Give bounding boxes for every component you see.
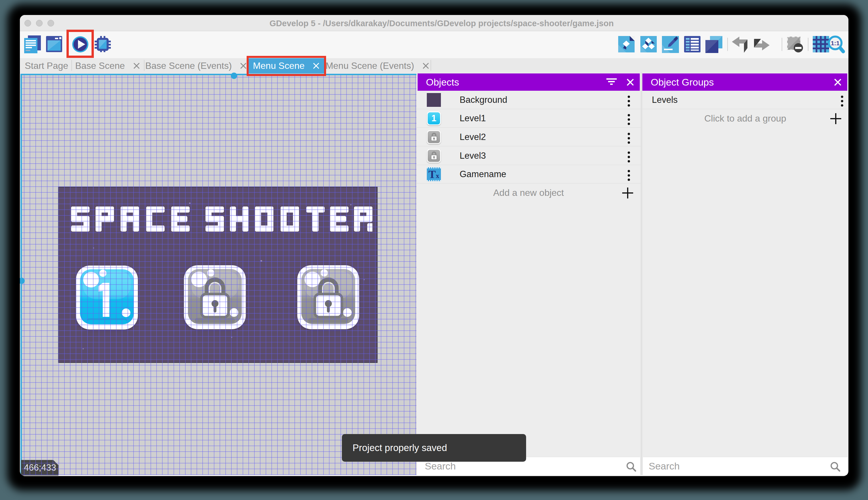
svg-text:1:1: 1:1 [831, 40, 840, 46]
